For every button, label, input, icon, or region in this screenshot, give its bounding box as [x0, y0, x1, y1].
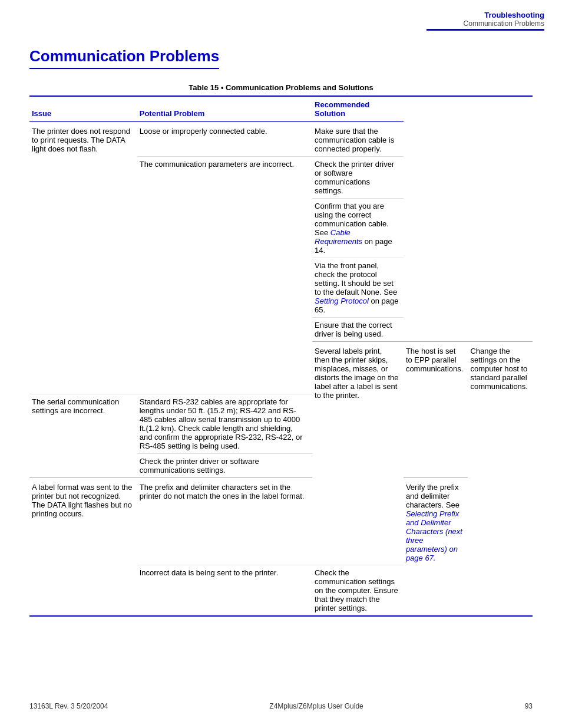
solution-cell: Make sure that the communication cable i…	[312, 122, 404, 157]
header-chapter: Troubleshooting	[427, 11, 544, 19]
footer-center: Z4Mplus/Z6Mplus User Guide	[269, 702, 363, 710]
page-header: Troubleshooting Communication Problems	[427, 11, 544, 31]
issue-cell: Several labels print, then the printer s…	[312, 342, 404, 565]
problems-table: Issue Potential Problem Recommended Solu…	[29, 95, 533, 617]
table-caption: Table 15 • Communication Problems and So…	[29, 83, 533, 92]
table-row: The serial communication settings are in…	[29, 394, 533, 453]
problem-cell: Loose or improperly connected cable.	[137, 122, 312, 157]
solution-cell: Check the printer driver or software com…	[137, 453, 312, 477]
header-rule	[427, 29, 544, 31]
col-header-issue: Issue	[29, 96, 137, 122]
problem-cell: The serial communication settings are in…	[29, 394, 137, 477]
solution-cell: Standard RS-232 cables are appropriate f…	[137, 394, 312, 453]
setting-protocol-link[interactable]: Setting Protocol	[315, 297, 369, 305]
solution-cell: Via the front panel, check the protocol …	[312, 258, 404, 318]
header-section: Communication Problems	[427, 19, 544, 28]
cable-req-link[interactable]: Cable Requirements	[315, 228, 362, 246]
problem-cell: Incorrect data is being sent to the prin…	[137, 565, 312, 617]
problem-cell: The communication parameters are incorre…	[137, 157, 312, 394]
solution-cell: Verify the prefix and delimiter characte…	[404, 477, 468, 565]
footer-right: 93	[525, 702, 533, 710]
table-row: A label format was sent to the printer b…	[29, 477, 533, 565]
col-header-solution: Recommended Solution	[312, 96, 404, 122]
solution-cell: Change the settings on the computer host…	[468, 342, 533, 394]
main-content: Communication Problems Table 15 • Commun…	[29, 47, 533, 617]
table-header-row: Issue Potential Problem Recommended Solu…	[29, 96, 533, 122]
solution-cell: Ensure that the correct driver is being …	[312, 318, 404, 342]
solution-cell: Check the communication settings on the …	[312, 565, 404, 617]
col-header-problem: Potential Problem	[137, 96, 312, 122]
solution-cell: Confirm that you are using the correct c…	[312, 199, 404, 258]
table-row: The printer does not respond to print re…	[29, 122, 533, 157]
selecting-prefix-link[interactable]: Selecting Prefix and Delimiter Character…	[406, 509, 462, 562]
page-title: Communication Problems	[29, 47, 219, 69]
solution-cell: Check the printer driver or software com…	[312, 157, 404, 199]
page-footer: 13163L Rev. 3 5/20/2004 Z4Mplus/Z6Mplus …	[29, 702, 533, 710]
problem-cell: The prefix and delimiter characters set …	[137, 477, 312, 565]
footer-left: 13163L Rev. 3 5/20/2004	[29, 702, 108, 710]
issue-cell: The printer does not respond to print re…	[29, 122, 137, 394]
issue-cell: A label format was sent to the printer b…	[29, 477, 137, 616]
problem-cell: The host is set to EPP parallel communic…	[404, 342, 468, 394]
